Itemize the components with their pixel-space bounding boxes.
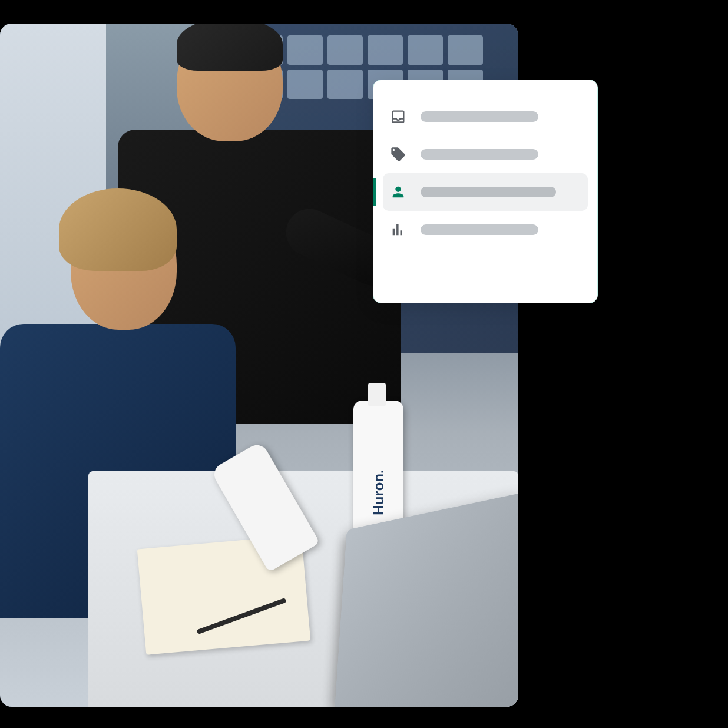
analytics-icon [390, 221, 406, 238]
nav-label-placeholder [421, 149, 538, 160]
nav-panel-overlay [373, 80, 598, 303]
nav-label-placeholder [421, 187, 556, 197]
person-icon [390, 184, 406, 200]
nav-item-customers[interactable] [383, 173, 588, 211]
nav-label-placeholder [421, 111, 538, 122]
nav-label-placeholder [421, 224, 538, 235]
nav-item-inbox[interactable] [373, 98, 597, 135]
nav-item-analytics[interactable] [373, 211, 597, 249]
product-brand-label: Huron. [370, 469, 387, 515]
nav-item-tags[interactable] [373, 135, 597, 173]
product-bottle-2: Huron. [353, 401, 403, 536]
tag-icon [390, 146, 406, 163]
inbox-icon [390, 108, 406, 125]
